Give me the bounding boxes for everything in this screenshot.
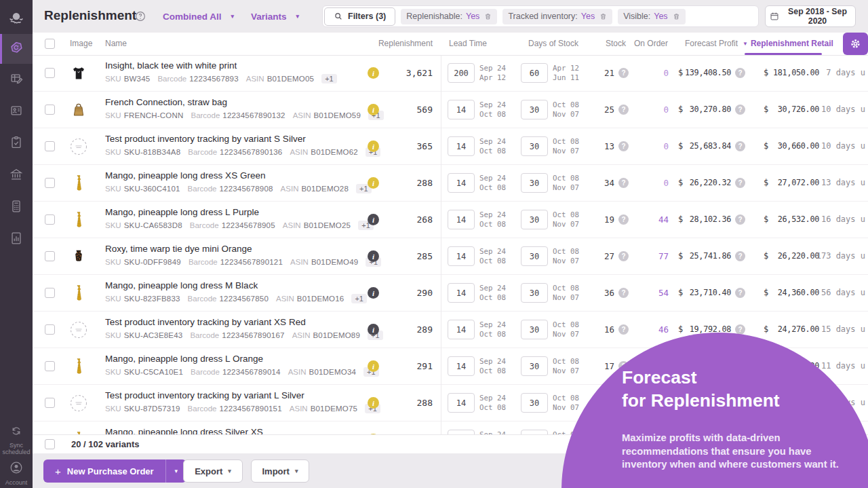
sku-label: SKU <box>105 221 121 229</box>
lead-time-input[interactable] <box>448 100 475 119</box>
forecast-help-icon[interactable]: ? <box>735 68 745 78</box>
row-checkbox[interactable] <box>45 324 55 335</box>
retail-currency-sign: $ <box>764 275 768 311</box>
sidebar-item-purchase-orders[interactable] <box>0 128 33 159</box>
barcode-value: 1223456789014 <box>222 368 281 376</box>
octopus-logo-icon[interactable] <box>6 8 26 29</box>
forecast-help-icon[interactable]: ? <box>735 214 745 225</box>
lead-time-input[interactable] <box>448 246 475 266</box>
forecast-help-icon[interactable]: ? <box>735 105 745 115</box>
asin-label: ASIN <box>290 405 308 413</box>
table-settings-button[interactable] <box>843 33 868 55</box>
account-menu[interactable]: Account <box>0 460 33 486</box>
row-checkbox[interactable] <box>45 251 55 261</box>
stock-help-icon[interactable]: ? <box>618 251 629 261</box>
stock-help-icon[interactable]: ? <box>618 105 629 115</box>
column-header-forecast-profit[interactable]: Forecast Profit <box>671 33 738 55</box>
sidebar-item-warehouses[interactable] <box>0 159 33 191</box>
filter-chip-visible[interactable]: Visible: Yes <box>618 9 685 24</box>
row-checkbox[interactable] <box>45 288 55 298</box>
row-checkbox[interactable] <box>45 398 55 408</box>
barcode-value: 122345678905 <box>222 221 275 229</box>
lead-time-input[interactable] <box>448 320 475 339</box>
days-of-stock-input[interactable] <box>521 246 548 266</box>
lead-time-input[interactable] <box>448 210 475 229</box>
days-of-stock-input[interactable] <box>521 356 548 376</box>
asin-value: B01DEMO62 <box>311 148 358 156</box>
lead-time-input[interactable] <box>448 393 475 413</box>
filter-chip-tracked-inventory[interactable]: Tracked inventory: Yes <box>502 9 612 24</box>
lead-time-input[interactable] <box>448 136 475 156</box>
forecast-help-icon[interactable]: ? <box>735 251 745 261</box>
import-button[interactable]: Import ▾ <box>251 459 309 483</box>
lead-time-dates: Sep 24 Oct 08 <box>479 357 506 376</box>
row-checkbox[interactable] <box>45 214 55 225</box>
date-range-button[interactable]: Sep 2018 - Sep 2020 <box>765 5 856 27</box>
sidebar-item-calculator[interactable] <box>0 191 33 223</box>
days-of-stock-input[interactable] <box>521 173 548 193</box>
help-circle-icon[interactable] <box>134 10 146 22</box>
barcode-value: 12234567893 <box>189 75 239 83</box>
days-of-stock-input[interactable] <box>521 283 548 303</box>
row-checkbox[interactable] <box>45 178 55 188</box>
lead-time-input[interactable] <box>448 356 475 376</box>
table-row: Mango, pineapple long dress L Purple SKU… <box>33 202 868 238</box>
sidebar-item-suppliers[interactable] <box>0 96 33 128</box>
new-purchase-order-button[interactable]: + New Purchase Order <box>43 459 165 483</box>
column-header-replenishment[interactable]: Replenishment <box>353 33 433 55</box>
lead-time-dates: Sep 24 Oct 08 <box>479 394 506 413</box>
row-checkbox[interactable] <box>45 105 55 115</box>
export-button[interactable]: Export ▾ <box>183 459 243 483</box>
days-of-stock-input[interactable] <box>521 320 548 339</box>
sidebar-item-catalog[interactable] <box>0 64 33 96</box>
column-header-on-order[interactable]: On Order <box>614 33 668 55</box>
days-of-stock-input[interactable] <box>521 63 548 83</box>
days-of-stock-input[interactable] <box>521 393 548 413</box>
forecast-profit-value: 26,220.32 <box>685 165 731 201</box>
lead-time-input[interactable] <box>448 63 475 83</box>
stock-help-icon[interactable]: ? <box>618 68 629 78</box>
more-identifiers-badge[interactable]: +1 <box>321 74 337 83</box>
remove-filter-icon[interactable] <box>484 13 492 20</box>
stock-help-icon[interactable]: ? <box>618 288 629 298</box>
forecast-profit-value: 23,710.40 <box>685 275 731 311</box>
days-of-stock-input[interactable] <box>521 210 548 229</box>
filter-chip-replenishable[interactable]: Replenishable: Yes <box>401 9 497 24</box>
days-of-stock-input[interactable] <box>521 100 548 119</box>
product-name: French Connection, straw bag <box>105 97 384 107</box>
gold-dress-icon <box>69 210 88 229</box>
footer-checkbox[interactable] <box>45 439 55 449</box>
stock-help-icon[interactable]: ? <box>618 178 629 188</box>
stock-help-icon[interactable]: ? <box>618 324 629 335</box>
stock-help-icon[interactable]: ? <box>618 141 629 151</box>
sidebar-item-replenishment[interactable] <box>0 34 33 64</box>
column-header-lead-time[interactable]: Lead Time <box>449 33 487 55</box>
asin-value: B01DEMO25 <box>304 221 351 229</box>
product-info: Mango, pineapple long dress L Orange SKU… <box>105 354 379 377</box>
row-checkbox[interactable] <box>45 141 55 151</box>
forecast-help-icon[interactable]: ? <box>735 141 745 151</box>
remove-filter-icon[interactable] <box>599 13 607 20</box>
lead-time-input[interactable] <box>448 173 475 193</box>
filters-button[interactable]: Filters (3) <box>324 7 395 26</box>
asin-label: ASIN <box>293 111 311 119</box>
forecast-help-icon[interactable]: ? <box>735 288 745 298</box>
more-identifiers-badge[interactable]: +1 <box>351 294 367 303</box>
variants-dropdown[interactable]: Variants ▾ <box>251 0 299 33</box>
sku-label: SKU <box>105 295 121 303</box>
row-checkbox[interactable] <box>45 361 55 371</box>
sku-label: SKU <box>105 75 121 83</box>
days-of-stock-input[interactable] <box>521 136 548 156</box>
stock-help-icon[interactable]: ? <box>618 214 629 225</box>
combined-all-dropdown[interactable]: Combined All ▾ <box>163 0 234 33</box>
sidebar-item-reports[interactable] <box>0 223 33 255</box>
lead-time-input[interactable] <box>448 283 475 303</box>
remove-filter-icon[interactable] <box>673 13 680 20</box>
select-all-checkbox[interactable] <box>45 39 55 49</box>
forecast-currency-sign: $ <box>678 238 683 274</box>
sync-status[interactable]: Sync scheduled <box>0 424 33 455</box>
row-checkbox[interactable] <box>45 68 55 78</box>
column-header-name[interactable]: Name <box>105 33 127 55</box>
forecast-help-icon[interactable]: ? <box>735 178 745 188</box>
column-header-replenishment-retail[interactable]: ▼ Replenishment Retail <box>743 33 833 55</box>
